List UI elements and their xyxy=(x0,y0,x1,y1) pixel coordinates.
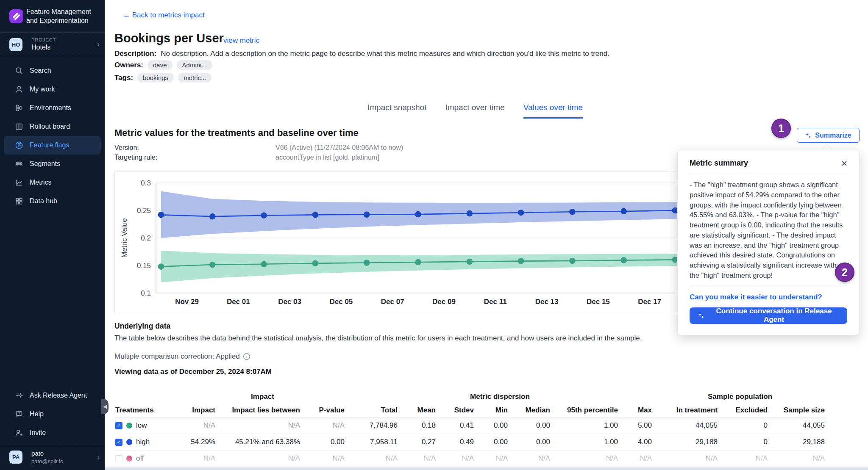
divider xyxy=(690,174,847,174)
back-link-label: Back to metrics impact xyxy=(132,11,205,19)
targeting-label: Targeting rule: xyxy=(114,154,157,161)
step-2-badge: 2 xyxy=(835,263,854,282)
chevron-right-icon: › xyxy=(97,453,100,462)
section-heading: Metric values for the treatments and bas… xyxy=(114,127,359,138)
divider xyxy=(690,287,847,287)
description-text: No description. Add a description on the… xyxy=(161,50,609,58)
continue-conversation-button[interactable]: Continue conversation in Release Agent xyxy=(690,307,847,324)
sidebar: Feature Management and Experimentation H… xyxy=(0,0,105,470)
back-link[interactable]: ← Back to metrics impact xyxy=(123,11,205,19)
column-header-p-value: P-value xyxy=(302,406,346,415)
column-header-max: Max xyxy=(620,406,654,415)
column-header-treatments: Treatments xyxy=(115,406,179,415)
cell-p-value: N/A xyxy=(302,454,346,463)
board-icon xyxy=(14,122,24,131)
sidebar-item-my-work[interactable]: My work xyxy=(4,80,101,99)
view-metric-link[interactable]: view metric xyxy=(223,36,259,45)
popup-title: Metric summary xyxy=(690,159,748,168)
info-icon[interactable]: i xyxy=(243,353,250,360)
sidebar-item-label: Rollout board xyxy=(30,123,70,130)
sidebar-item-label: Metrics xyxy=(30,179,52,186)
cell-impact: 54.29% xyxy=(179,438,217,446)
cell-sample-size: 44,055 xyxy=(769,421,826,430)
app-title: Feature Management and Experimentation xyxy=(26,7,91,25)
viewing-data-timestamp: Viewing data as of December 25, 2024 8:0… xyxy=(114,368,272,376)
sidebar-item-help[interactable]: ? Help xyxy=(4,405,101,423)
column-header-excluded: Excluded xyxy=(719,406,769,415)
sidebar-item-label: Help xyxy=(30,410,44,418)
correction-row: Multiple comparison correction: Applied … xyxy=(114,352,250,361)
table-group-header-row: ImpactMetric dispersionSample population xyxy=(115,390,826,403)
invite-icon xyxy=(14,428,24,437)
svg-text:i: i xyxy=(246,354,247,359)
chevron-right-icon: › xyxy=(97,40,100,49)
sidebar-item-rollout-board[interactable]: Rollout board xyxy=(4,117,101,136)
sidebar-item-search[interactable]: Search xyxy=(4,61,101,80)
cell-in-treatment: 29,188 xyxy=(654,438,719,446)
cell-min: N/A xyxy=(476,454,509,463)
treatment-checkbox-high[interactable]: ✓ xyxy=(115,439,122,446)
cell-min: 0.00 xyxy=(476,421,509,430)
svg-text:Dec 15: Dec 15 xyxy=(587,298,610,306)
summarize-button-label: Summarize xyxy=(815,132,851,139)
cell-min: 0.00 xyxy=(476,438,509,446)
cell-p-value: N/A xyxy=(302,421,346,430)
owner-chip[interactable]: Admini... xyxy=(177,60,212,70)
treatment-checkbox-off[interactable] xyxy=(115,455,122,462)
sidebar-item-segments[interactable]: Segments xyxy=(4,155,101,173)
tab-bar: Impact snapshot Impact over time Values … xyxy=(367,103,583,119)
bottom-strip xyxy=(105,467,868,470)
sidebar-item-feature-flags[interactable]: Feature flags xyxy=(4,136,101,155)
column-header-impact-lies-between: Impact lies between xyxy=(217,406,302,415)
feature-flag-icon xyxy=(14,141,24,150)
svg-text:0.25: 0.25 xyxy=(137,207,151,215)
divider xyxy=(105,87,868,87)
svg-text:Dec 07: Dec 07 xyxy=(381,298,404,306)
split-logo-icon xyxy=(9,9,23,23)
sidebar-item-metrics[interactable]: Metrics xyxy=(4,173,101,192)
sidebar-item-label: Invite xyxy=(30,429,46,437)
underlying-data-description: The table below describes the data behin… xyxy=(114,334,644,343)
sidebar-nav: Search My work Environments Rollout boar… xyxy=(0,61,105,210)
svg-text:?: ? xyxy=(18,412,20,415)
cell-mean: 0.27 xyxy=(399,438,437,446)
table-row-high: ✓high54.29%45.21% and 63.38%0.007,958.11… xyxy=(115,434,826,451)
column-header-95th-percentile: 95th percentile xyxy=(552,406,620,415)
svg-text:Dec 13: Dec 13 xyxy=(535,298,559,306)
targeting-row: Targeting rule: accountType in list [gol… xyxy=(114,154,157,161)
treatment-checkbox-low[interactable]: ✓ xyxy=(115,422,122,429)
tag-chip[interactable]: metric... xyxy=(178,73,211,83)
easier-to-understand-link[interactable]: Can you make it easier to understand? xyxy=(690,293,847,301)
owners-label: Owners: xyxy=(114,61,143,69)
targeting-value: accountType in list [gold, platinum] xyxy=(275,154,379,161)
sidebar-item-label: Data hub xyxy=(30,197,57,205)
column-header-stdev: Stdev xyxy=(437,406,476,415)
sidebar-item-data-hub[interactable]: Data hub xyxy=(4,192,101,210)
sparkles-icon xyxy=(698,312,704,319)
sidebar-item-ask-release-agent[interactable]: Ask Release Agent xyxy=(4,386,101,405)
sidebar-item-invite[interactable]: Invite xyxy=(4,423,101,442)
cell-excluded: N/A xyxy=(719,454,769,463)
table-row-off: offN/AN/AN/AN/AN/AN/AN/AN/AN/AN/AN/AN/AN… xyxy=(115,451,826,467)
cell-95th-percentile: N/A xyxy=(552,454,620,463)
cell-total: 7,784.96 xyxy=(346,421,399,430)
user-name: pato xyxy=(31,450,44,457)
sidebar-collapse-handle[interactable]: ◀ xyxy=(101,399,108,414)
sidebar-footer: Ask Release Agent ? Help Invite xyxy=(0,386,105,442)
tab-impact-over-time[interactable]: Impact over time xyxy=(445,103,504,119)
owner-chip[interactable]: dave xyxy=(147,60,172,70)
tag-chip[interactable]: bookings xyxy=(137,73,174,83)
svg-text:Dec 09: Dec 09 xyxy=(432,298,456,306)
underlying-data-heading: Underlying data xyxy=(114,322,170,331)
sidebar-item-environments[interactable]: Environments xyxy=(4,99,101,117)
metric-summary-popup: Metric summary × - The "high" treatment … xyxy=(677,149,860,335)
description-label: Description: xyxy=(114,50,156,58)
close-icon[interactable]: × xyxy=(841,160,847,167)
project-switcher[interactable]: HO PROJECT Hotels › xyxy=(0,33,105,56)
svg-text:0.15: 0.15 xyxy=(137,262,151,270)
tab-values-over-time[interactable]: Values over time xyxy=(523,103,583,119)
cell-total: 7,958.11 xyxy=(346,438,399,446)
summarize-button[interactable]: Summarize xyxy=(797,128,860,143)
tab-impact-snapshot[interactable]: Impact snapshot xyxy=(367,103,426,119)
user-menu[interactable]: PA pato pato@split.io › xyxy=(0,445,105,470)
